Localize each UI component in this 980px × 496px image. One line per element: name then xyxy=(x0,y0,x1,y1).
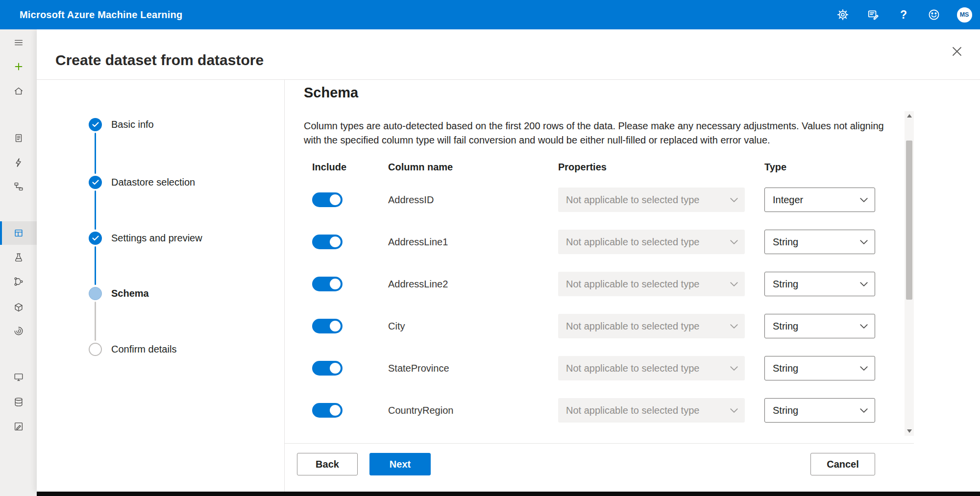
modal-title: Create dataset from datastore xyxy=(55,52,264,69)
designer-icon xyxy=(13,181,24,192)
properties-dropdown: Not applicable to selected type xyxy=(558,230,745,254)
account-avatar[interactable]: MS xyxy=(954,4,975,25)
plus-icon xyxy=(13,61,24,72)
include-toggle[interactable] xyxy=(312,235,343,249)
sidebar-item-notebooks[interactable] xyxy=(0,126,37,150)
automated-ml-icon xyxy=(13,157,24,168)
chevron-down-icon xyxy=(730,240,738,244)
next-button[interactable]: Next xyxy=(369,453,431,475)
schema-description: Column types are auto-detected based on … xyxy=(304,119,903,147)
sidebar-item-datasets[interactable] xyxy=(0,221,37,245)
type-dropdown[interactable]: String xyxy=(764,314,875,338)
compute-icon xyxy=(13,372,24,382)
properties-dropdown: Not applicable to selected type xyxy=(558,314,745,338)
left-sidebar xyxy=(0,29,37,496)
step-completed-icon xyxy=(89,118,102,131)
table-row: StateProvince Not applicable to selected… xyxy=(37,347,914,389)
endpoints-icon xyxy=(13,326,24,336)
include-toggle[interactable] xyxy=(312,403,343,418)
include-toggle[interactable] xyxy=(312,277,343,291)
menu-icon xyxy=(13,37,24,48)
notebooks-icon xyxy=(13,133,24,143)
toggle-knob xyxy=(330,405,341,416)
bottom-edge xyxy=(37,492,980,496)
help-icon[interactable]: ? xyxy=(893,4,914,25)
properties-value: Not applicable to selected type xyxy=(566,194,699,206)
vertical-scrollbar[interactable] xyxy=(905,111,914,436)
feedback-form-icon[interactable] xyxy=(862,4,884,25)
scroll-up-icon[interactable] xyxy=(905,111,914,120)
scroll-down-icon[interactable] xyxy=(905,426,914,436)
smiley-feedback-icon[interactable] xyxy=(923,4,945,25)
sidebar-item-menu[interactable] xyxy=(0,31,37,54)
type-value: String xyxy=(773,279,798,290)
data-labeling-icon xyxy=(13,421,24,432)
chevron-down-icon xyxy=(730,408,738,413)
chevron-down-icon xyxy=(730,324,738,329)
properties-dropdown: Not applicable to selected type xyxy=(558,356,745,380)
top-bar: Microsoft Azure Machine Learning ? xyxy=(0,0,980,29)
include-toggle[interactable] xyxy=(312,361,343,376)
chevron-down-icon xyxy=(860,240,868,244)
type-dropdown[interactable]: String xyxy=(764,356,875,380)
chevron-down-icon xyxy=(860,324,868,329)
properties-value: Not applicable to selected type xyxy=(566,405,699,416)
chevron-down-icon xyxy=(730,366,738,371)
settings-gear-icon[interactable] xyxy=(832,4,854,25)
type-dropdown[interactable]: String xyxy=(764,272,875,296)
sidebar-item-datastores[interactable] xyxy=(0,390,37,414)
chevron-down-icon xyxy=(730,282,738,286)
chevron-down-icon xyxy=(860,408,868,413)
sidebar-item-data-labeling[interactable] xyxy=(0,415,37,438)
sidebar-item-endpoints[interactable] xyxy=(0,319,37,343)
properties-value: Not applicable to selected type xyxy=(566,236,699,248)
type-dropdown[interactable]: String xyxy=(764,230,875,254)
chevron-down-icon xyxy=(860,366,868,371)
column-name: AddressLine1 xyxy=(388,221,448,263)
table-row: AddressID Not applicable to selected typ… xyxy=(37,179,914,221)
app-title: Microsoft Azure Machine Learning xyxy=(20,0,182,29)
table-row: AddressLine1 Not applicable to selected … xyxy=(37,221,914,263)
cancel-button[interactable]: Cancel xyxy=(810,453,875,475)
header-type: Type xyxy=(764,162,786,173)
sidebar-item-new[interactable] xyxy=(0,55,37,78)
column-name: AddressLine2 xyxy=(388,263,448,305)
sidebar-item-models[interactable] xyxy=(0,296,37,319)
sidebar-item-compute[interactable] xyxy=(0,365,37,389)
toggle-knob xyxy=(330,279,341,289)
create-dataset-modal: Create dataset from datastore Basic info… xyxy=(37,29,980,492)
include-toggle[interactable] xyxy=(312,192,343,207)
experiments-icon xyxy=(13,252,24,263)
sidebar-item-pipelines[interactable] xyxy=(0,270,37,293)
type-dropdown[interactable]: Integer xyxy=(764,188,875,212)
table-row: CountryRegion Not applicable to selected… xyxy=(37,389,914,431)
topbar-icon-group: ? MS xyxy=(832,0,975,29)
back-button[interactable]: Back xyxy=(297,453,358,475)
schema-heading: Schema xyxy=(304,85,358,101)
step-connector xyxy=(95,133,96,174)
type-dropdown[interactable]: String xyxy=(764,398,875,423)
table-row: City Not applicable to selected type Str… xyxy=(37,305,914,347)
include-toggle[interactable] xyxy=(312,319,343,333)
header-properties: Properties xyxy=(558,162,607,173)
chevron-down-icon xyxy=(860,282,868,286)
toggle-knob xyxy=(330,321,341,331)
properties-value: Not applicable to selected type xyxy=(566,363,699,374)
help-glyph: ? xyxy=(900,8,907,22)
scrollbar-thumb[interactable] xyxy=(906,141,912,300)
models-icon xyxy=(13,302,24,313)
toggle-knob xyxy=(330,194,341,205)
datasets-icon xyxy=(13,228,24,238)
sidebar-item-automated-ml[interactable] xyxy=(0,151,37,174)
column-name: AddressID xyxy=(388,179,434,221)
header-column-name: Column name xyxy=(388,162,453,173)
sidebar-item-experiments[interactable] xyxy=(0,246,37,269)
sidebar-item-home[interactable] xyxy=(0,79,37,103)
close-icon[interactable] xyxy=(946,41,968,62)
home-icon xyxy=(13,86,24,96)
step-label: Basic info xyxy=(111,119,154,130)
chevron-down-icon xyxy=(730,198,738,202)
sidebar-item-designer[interactable] xyxy=(0,175,37,198)
chevron-down-icon xyxy=(860,198,868,202)
wizard-step-basic-info[interactable]: Basic info xyxy=(89,118,154,131)
